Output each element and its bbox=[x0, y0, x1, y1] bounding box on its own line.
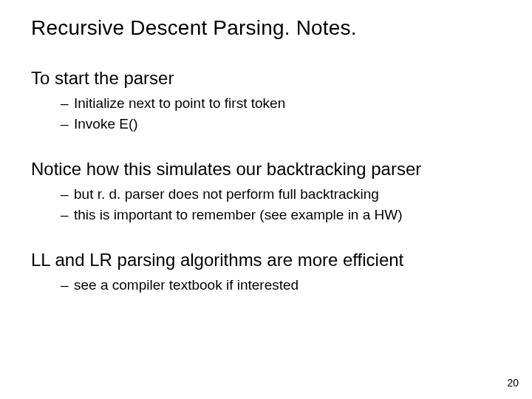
list-item: but r. d. parser does not perform full b… bbox=[61, 184, 501, 205]
page-number: 20 bbox=[507, 377, 519, 389]
section-1: To start the parser Initialize next to p… bbox=[31, 68, 501, 134]
section-3-list: see a compiler textbook if interested bbox=[31, 275, 501, 296]
section-1-list: Initialize next to point to first token … bbox=[31, 93, 501, 134]
section-3-head: LL and LR parsing algorithms are more ef… bbox=[31, 250, 501, 270]
section-3: LL and LR parsing algorithms are more ef… bbox=[31, 250, 501, 296]
slide: Recursive Descent Parsing. Notes. To sta… bbox=[0, 0, 532, 399]
section-2-head: Notice how this simulates our backtracki… bbox=[31, 159, 501, 180]
list-item: Initialize next to point to first token bbox=[61, 93, 501, 114]
section-2-list: but r. d. parser does not perform full b… bbox=[31, 184, 501, 225]
list-item: this is important to remember (see examp… bbox=[61, 205, 501, 225]
list-item: see a compiler textbook if interested bbox=[61, 275, 501, 296]
list-item: Invoke E() bbox=[61, 114, 501, 134]
section-2: Notice how this simulates our backtracki… bbox=[31, 159, 501, 225]
section-1-head: To start the parser bbox=[31, 68, 501, 89]
slide-title: Recursive Descent Parsing. Notes. bbox=[31, 16, 501, 40]
